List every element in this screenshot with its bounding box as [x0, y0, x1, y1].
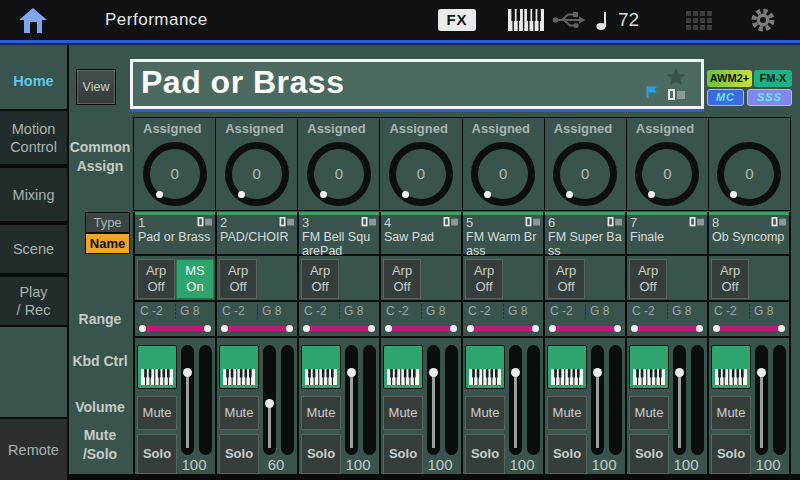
range-low-handle[interactable] — [221, 325, 228, 332]
kbd-ctrl-button[interactable] — [137, 345, 177, 389]
assign-knob-cell[interactable]: Assigned 0 — [215, 117, 297, 211]
arp-on-off-button[interactable]: Arp Off — [301, 259, 339, 299]
assign-knob[interactable]: 0 — [143, 142, 207, 206]
slider-handle[interactable] — [265, 399, 274, 408]
slider-handle[interactable] — [593, 368, 602, 377]
type-button[interactable]: Type — [85, 212, 130, 233]
mute-button[interactable]: Mute — [547, 396, 587, 430]
solo-button[interactable]: Solo — [629, 434, 669, 474]
note-range-cell[interactable]: C -2 G 8 — [381, 302, 461, 338]
range-low-handle[interactable] — [385, 325, 392, 332]
kbd-ctrl-button[interactable] — [711, 345, 751, 389]
mute-button[interactable]: Mute — [629, 396, 669, 430]
assign-knob[interactable]: 0 — [635, 142, 699, 206]
sidebar-item-remote[interactable]: Remote — [0, 417, 67, 480]
note-range-cell[interactable]: C -2 G 8 — [135, 302, 215, 338]
arp-on-off-button[interactable]: Arp Off — [465, 259, 503, 299]
volume-slider[interactable] — [509, 345, 522, 455]
part-name-cell[interactable]: 6 FM Super Bass — [545, 212, 625, 256]
performance-name-box[interactable]: Pad or Brass — [130, 59, 704, 109]
slider-handle[interactable] — [429, 368, 438, 377]
mute-button[interactable]: Mute — [219, 396, 259, 430]
kbd-ctrl-button[interactable] — [629, 345, 669, 389]
note-range-cell[interactable]: C -2 G 8 — [627, 302, 707, 338]
assign-knob[interactable]: 0 — [553, 142, 617, 206]
part-name-cell[interactable]: 7 Finale — [627, 212, 707, 256]
kbd-ctrl-button[interactable] — [547, 345, 587, 389]
assign-knob-cell[interactable]: 0 — [708, 117, 791, 211]
name-button[interactable]: Name — [85, 233, 130, 254]
volume-slider[interactable] — [181, 345, 194, 455]
range-low-handle[interactable] — [713, 325, 720, 332]
solo-button[interactable]: Solo — [465, 434, 505, 474]
sidebar-item-play-rec[interactable]: Play / Rec — [0, 275, 67, 327]
part-name-cell[interactable]: 4 Saw Pad — [381, 212, 461, 256]
tempo-value[interactable]: 72 — [618, 9, 639, 31]
assign-knob[interactable]: 0 — [307, 142, 371, 206]
utility-gear-icon[interactable] — [750, 7, 776, 37]
mute-button[interactable]: Mute — [711, 396, 751, 430]
part-name-cell[interactable]: 5 FM Warm Brass — [463, 212, 543, 256]
arp-on-off-button[interactable]: Arp Off — [219, 259, 257, 299]
range-high-handle[interactable] — [614, 325, 621, 332]
arp-on-off-button[interactable]: Arp Off — [711, 259, 749, 299]
slider-handle[interactable] — [757, 368, 766, 377]
range-high-handle[interactable] — [532, 325, 539, 332]
solo-button[interactable]: Solo — [301, 434, 341, 474]
assign-knob-cell[interactable]: Assigned 0 — [133, 117, 215, 211]
assign-knob-cell[interactable]: Assigned 0 — [462, 117, 544, 211]
mute-button[interactable]: Mute — [383, 396, 423, 430]
volume-slider[interactable] — [591, 345, 604, 455]
note-range-cell[interactable]: C -2 G 8 — [463, 302, 543, 338]
kbd-ctrl-button[interactable] — [465, 345, 505, 389]
slider-handle[interactable] — [183, 368, 192, 377]
kbd-ctrl-button[interactable] — [383, 345, 423, 389]
volume-slider[interactable] — [427, 345, 440, 455]
arp-on-off-button[interactable]: Arp Off — [137, 259, 175, 299]
slider-handle[interactable] — [675, 368, 684, 377]
solo-button[interactable]: Solo — [137, 434, 177, 474]
arp-on-off-button[interactable]: Arp Off — [629, 259, 667, 299]
sidebar-item-mixing[interactable]: Mixing — [0, 166, 67, 223]
volume-slider[interactable] — [755, 345, 768, 455]
part-name-cell[interactable]: 3 FM Bell SquarePad — [299, 212, 379, 256]
range-low-handle[interactable] — [549, 325, 556, 332]
solo-button[interactable]: Solo — [547, 434, 587, 474]
motion-seq-button[interactable]: MS On — [176, 259, 214, 299]
range-high-handle[interactable] — [286, 325, 293, 332]
range-high-handle[interactable] — [778, 325, 785, 332]
sidebar-item-home[interactable]: Home — [0, 53, 67, 109]
volume-slider[interactable] — [263, 345, 276, 455]
assign-knob-cell[interactable]: Assigned 0 — [297, 117, 379, 211]
range-low-handle[interactable] — [303, 325, 310, 332]
part-name-cell[interactable]: 2 PAD/CHOIR — [217, 212, 297, 256]
assign-knob[interactable]: 0 — [717, 142, 781, 206]
range-high-handle[interactable] — [696, 325, 703, 332]
kbd-ctrl-button[interactable] — [301, 345, 341, 389]
view-button[interactable]: View — [76, 69, 116, 105]
note-range-cell[interactable]: C -2 G 8 — [217, 302, 297, 338]
range-low-handle[interactable] — [631, 325, 638, 332]
part-name-cell[interactable]: 8 Ob Syncomp — [709, 212, 789, 256]
assign-knob-cell[interactable]: Assigned 0 — [379, 117, 461, 211]
assign-knob[interactable]: 0 — [225, 142, 289, 206]
mute-button[interactable]: Mute — [137, 396, 177, 430]
slider-handle[interactable] — [511, 368, 520, 377]
slider-handle[interactable] — [347, 368, 356, 377]
part-name-cell[interactable]: 1 Pad or Brass — [135, 212, 215, 256]
note-range-cell[interactable]: C -2 G 8 — [709, 302, 789, 338]
mute-button[interactable]: Mute — [465, 396, 505, 430]
assign-knob-cell[interactable]: Assigned 0 — [544, 117, 626, 211]
assign-knob[interactable]: 0 — [471, 142, 535, 206]
range-low-handle[interactable] — [467, 325, 474, 332]
note-range-cell[interactable]: C -2 G 8 — [299, 302, 379, 338]
solo-button[interactable]: Solo — [219, 434, 259, 474]
kbd-ctrl-button[interactable] — [219, 345, 259, 389]
range-low-handle[interactable] — [139, 325, 146, 332]
range-high-handle[interactable] — [368, 325, 375, 332]
home-icon[interactable] — [18, 6, 48, 34]
solo-button[interactable]: Solo — [383, 434, 423, 474]
sidebar-item-motion-control[interactable]: Motion Control — [0, 109, 67, 166]
note-range-cell[interactable]: C -2 G 8 — [545, 302, 625, 338]
arp-on-off-button[interactable]: Arp Off — [547, 259, 585, 299]
